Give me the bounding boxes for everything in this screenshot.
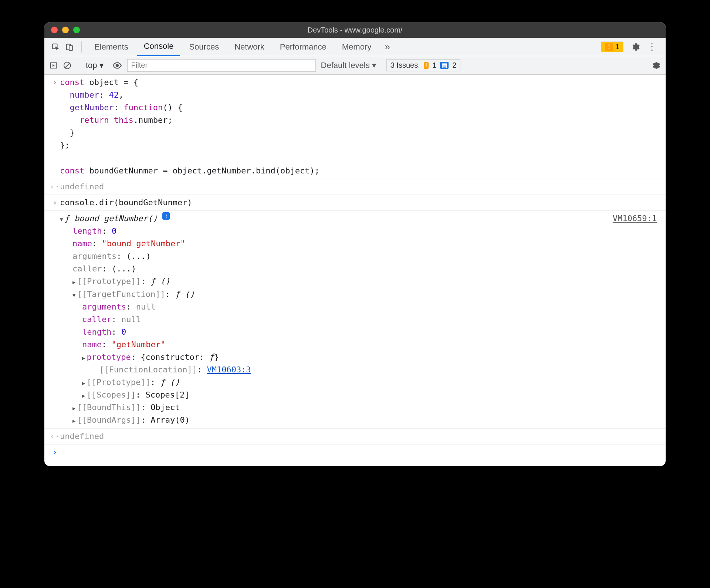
warnings-badge[interactable]: ! 1	[601, 41, 623, 52]
prop-key[interactable]: name	[72, 239, 92, 248]
log-levels-selector[interactable]: Default levels ▾	[321, 61, 376, 70]
console-settings-icon[interactable]	[651, 61, 660, 70]
info-icon[interactable]: i	[162, 212, 170, 220]
output-value: undefined	[60, 180, 660, 193]
window-title: DevTools - www.google.com/	[44, 26, 666, 34]
expand-toggle[interactable]	[72, 415, 77, 425]
console-output-row: ‹· undefined	[44, 429, 666, 445]
console-prompt-row[interactable]: ›	[44, 445, 666, 466]
warning-count: 1	[615, 43, 619, 51]
more-tabs-icon[interactable]: »	[380, 41, 394, 53]
close-window-button[interactable]	[51, 27, 58, 33]
clear-console-icon[interactable]	[63, 61, 72, 70]
expand-toggle[interactable]	[60, 212, 64, 225]
titlebar: DevTools - www.google.com/	[44, 22, 666, 38]
more-options-icon[interactable]: ⋮	[643, 41, 660, 53]
prop-key[interactable]: [[FunctionLocation]]	[99, 365, 197, 374]
prop-value[interactable]: Array(0)	[151, 415, 190, 425]
tab-elements[interactable]: Elements	[88, 38, 135, 56]
prop-key[interactable]: [[Prototype]]	[87, 378, 150, 387]
object-tree[interactable]: ƒ bound getNumber() i VM10659:1 length: …	[60, 212, 660, 427]
prop-value: null	[121, 315, 141, 324]
levels-label: Default levels	[321, 61, 370, 70]
show-sidebar-icon[interactable]	[50, 61, 58, 70]
prop-key[interactable]: length	[82, 327, 111, 337]
prop-value[interactable]: Scopes[2]	[145, 390, 189, 399]
minimize-window-button[interactable]	[62, 27, 69, 33]
source-link[interactable]: VM10659:1	[613, 212, 660, 225]
tab-sources[interactable]: Sources	[182, 38, 226, 56]
svg-rect-2	[69, 45, 72, 50]
expand-toggle[interactable]	[82, 352, 87, 362]
prop-key[interactable]: caller	[72, 264, 102, 273]
output-marker-icon	[50, 212, 60, 427]
svg-point-5	[115, 64, 119, 67]
input-marker-icon: ›	[50, 76, 60, 177]
prop-value[interactable]: ƒ ()	[151, 277, 170, 286]
console-body: › const object = { number: 42, getNumber…	[44, 75, 666, 466]
input-marker-icon: ›	[50, 196, 60, 209]
prop-value[interactable]: {constructor:	[141, 352, 209, 362]
console-input-row: › const object = { number: 42, getNumber…	[44, 75, 666, 179]
prop-key[interactable]: caller	[82, 315, 111, 324]
prop-key[interactable]: [[BoundThis]]	[77, 403, 141, 412]
prop-value[interactable]: ƒ ()	[160, 378, 180, 387]
expand-toggle[interactable]	[72, 403, 77, 412]
warning-icon: !	[605, 43, 613, 51]
prop-key[interactable]: length	[72, 226, 102, 236]
traffic-lights	[51, 27, 80, 33]
prop-value[interactable]: (...)	[126, 251, 151, 261]
console-toolbar: top ▾ Default levels ▾ 3 Issues: ! 1 ▤ 2	[44, 56, 666, 75]
prop-value: 0	[112, 226, 116, 236]
filter-input[interactable]	[127, 59, 316, 72]
tree-header[interactable]: ƒ bound getNumber()	[64, 212, 158, 225]
context-label: top	[86, 61, 97, 70]
expand-toggle[interactable]	[72, 290, 77, 299]
prop-key[interactable]: [[TargetFunction]]	[77, 290, 165, 299]
chevron-down-icon: ▾	[372, 61, 376, 70]
prop-key[interactable]: prototype	[87, 352, 131, 362]
source-link[interactable]: VM10603:3	[207, 365, 251, 374]
code-entry[interactable]: const object = { number: 42, getNumber: …	[60, 76, 660, 177]
issues-box[interactable]: 3 Issues: ! 1 ▤ 2	[386, 59, 461, 71]
console-input[interactable]	[60, 446, 660, 459]
tab-memory[interactable]: Memory	[335, 38, 378, 56]
prop-value[interactable]: ƒ ()	[175, 290, 195, 299]
maximize-window-button[interactable]	[73, 27, 80, 33]
prop-value: null	[136, 302, 156, 311]
issues-info-count: 2	[452, 61, 456, 70]
expand-toggle[interactable]	[82, 378, 87, 387]
prop-key[interactable]: [[BoundArgs]]	[77, 415, 141, 425]
warning-icon: !	[424, 62, 429, 69]
tab-performance[interactable]: Performance	[273, 38, 333, 56]
issues-warn-count: 1	[432, 61, 436, 70]
prop-key[interactable]: [[Scopes]]	[87, 390, 135, 399]
expand-toggle[interactable]	[82, 390, 87, 399]
prop-key[interactable]: name	[82, 340, 102, 349]
prop-value[interactable]: Object	[151, 403, 180, 412]
device-toolbar-icon[interactable]	[64, 41, 75, 53]
prompt-marker-icon: ›	[50, 446, 60, 459]
expand-toggle[interactable]	[72, 277, 77, 286]
prop-value: "bound getNumber"	[102, 239, 185, 248]
inspect-element-icon[interactable]	[50, 41, 61, 53]
context-selector[interactable]: top ▾	[82, 59, 107, 72]
tab-network[interactable]: Network	[228, 38, 271, 56]
code-entry[interactable]: console.dir(boundGetNunmer)	[60, 196, 660, 209]
prop-value: 0	[121, 327, 126, 337]
console-input-row: › console.dir(boundGetNunmer)	[44, 195, 666, 211]
settings-icon[interactable]	[629, 41, 641, 53]
prop-key[interactable]: arguments	[82, 302, 126, 311]
devtools-window: DevTools - www.google.com/ Elements Cons…	[44, 22, 666, 466]
divider	[81, 41, 82, 53]
prop-key[interactable]: arguments	[72, 251, 116, 261]
output-marker-icon: ‹·	[50, 430, 60, 443]
console-output-row: ‹· undefined	[44, 179, 666, 195]
prop-key[interactable]: [[Prototype]]	[77, 277, 141, 286]
live-expression-icon[interactable]	[112, 61, 122, 70]
tab-console[interactable]: Console	[137, 38, 180, 56]
prop-value[interactable]: (...)	[112, 264, 136, 273]
issues-label: 3 Issues:	[390, 61, 420, 70]
chevron-down-icon: ▾	[99, 61, 104, 70]
prop-value: "getNumber"	[111, 340, 165, 349]
